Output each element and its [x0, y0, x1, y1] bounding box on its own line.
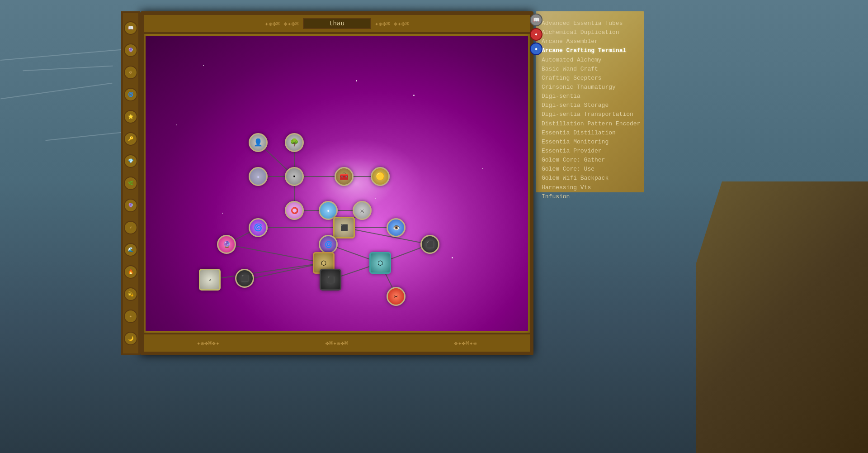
sword-icon: ⚔️: [360, 207, 364, 215]
sidebar-btn-3[interactable]: ⚙: [124, 66, 137, 79]
research-list-item-3[interactable]: Arcane Assembler: [542, 37, 641, 46]
node-blue-swirl[interactable]: 🌀: [319, 235, 338, 254]
sidebar-btn-5[interactable]: ⭐: [124, 110, 137, 124]
star-4: [222, 213, 223, 214]
node-sword[interactable]: ⚔️: [353, 201, 372, 220]
central-icon: ⬛: [340, 224, 348, 232]
research-list-item-6[interactable]: Basic Wand Craft: [542, 65, 641, 74]
sidebar-btn-10[interactable]: ⚡: [124, 221, 137, 234]
research-list-item-10[interactable]: Digi-sentia Storage: [542, 101, 641, 110]
top-rune-bar: ✦❋✤⌘ ❖✦✤⌘ ✦❋✤⌘ ❖✦✤⌘: [144, 15, 530, 34]
research-list-item-18[interactable]: Golem Wifi Backpack: [542, 174, 641, 183]
research-list-item-1[interactable]: Advanced Essentia Tubes: [542, 19, 641, 28]
node-purple-swirl[interactable]: 🌀: [249, 218, 268, 237]
sidebar-btn-9[interactable]: 🔮: [124, 199, 137, 212]
tree-icon: 🌳: [290, 138, 299, 147]
node-pink-gem[interactable]: 🔮: [217, 235, 236, 254]
research-list-item-13[interactable]: Essentia Distillation: [542, 129, 641, 138]
sidebar-btn-13[interactable]: 💫: [124, 287, 137, 301]
star-2: [413, 95, 415, 96]
node-stone[interactable]: ▪: [285, 167, 304, 186]
dark-square-icon: ⬛: [327, 276, 335, 284]
node-pink-orb[interactable]: ⭕: [285, 201, 304, 220]
right-structure: [696, 181, 868, 453]
star-9: [375, 198, 376, 199]
node-eye[interactable]: 👁️: [387, 218, 406, 237]
research-list-panel: Advanced Essentia TubesAlchemical Duplic…: [538, 14, 644, 207]
icon-btn-gray[interactable]: 📖: [530, 14, 542, 26]
node-central[interactable]: ⬛: [333, 217, 355, 238]
sidebar-btn-7[interactable]: 💎: [124, 154, 137, 168]
sidebar-btn-4[interactable]: 🌀: [124, 88, 137, 101]
icon-btn-blue[interactable]: ◆: [530, 43, 542, 55]
rune-1: ✦❋✤⌘: [265, 20, 280, 28]
book-icon: 📖: [533, 17, 540, 24]
sidebar-btn-12[interactable]: 🔥: [124, 265, 137, 279]
research-list-item-8[interactable]: Crinsonic Thaumaturgy: [542, 83, 641, 92]
node-red-tool[interactable]: ✂️: [387, 287, 406, 306]
svg-line-19: [246, 263, 324, 280]
top-right-icon-panel: 📖 ● ◆: [530, 14, 542, 55]
node-chest[interactable]: 🧰: [335, 167, 354, 186]
white-square-icon: ▫: [208, 276, 212, 283]
blue-star-icon: ✦: [326, 207, 330, 215]
swirl-top-icon: ✦: [256, 173, 260, 181]
star-7: [482, 168, 483, 169]
research-list-item-20[interactable]: Infusion: [542, 192, 641, 201]
sidebar-btn-8[interactable]: 🌿: [124, 176, 137, 190]
sidebar-btn-11[interactable]: 🌊: [124, 243, 137, 257]
star-5: [452, 257, 453, 258]
research-list-item-2[interactable]: Alchemical Duplication: [542, 28, 641, 37]
node-nugget[interactable]: 🟡: [371, 167, 390, 186]
bottom-rune-1: ✦❋✤⌘❖✦: [197, 339, 220, 347]
nugget-icon: 🟡: [376, 172, 385, 181]
research-list-item-14[interactable]: Essentia Monitoring: [542, 138, 641, 147]
node-tree[interactable]: 🌳: [285, 133, 304, 152]
circle-icon: ●: [535, 32, 538, 37]
sidebar-btn-14[interactable]: ✦: [124, 310, 137, 323]
sidebar-btn-2[interactable]: 🔮: [124, 43, 137, 57]
node-dark-square[interactable]: ⬛: [320, 269, 341, 291]
research-list-item-17[interactable]: Golem Core: Use: [542, 165, 641, 174]
research-list-item-15[interactable]: Essentia Provider: [542, 147, 641, 156]
star-8: [356, 80, 357, 81]
diamond-icon: ◆: [535, 46, 538, 52]
black-circle-icon: ⬛: [241, 275, 249, 282]
research-list-item-9[interactable]: Digi-sentia: [542, 92, 641, 101]
sidebar-btn-1[interactable]: 📖: [124, 21, 137, 35]
square-right-icon: ⬡: [377, 259, 383, 267]
black-cube-icon: ⬛: [426, 241, 434, 248]
research-list-item-7[interactable]: Crafting Scepters: [542, 74, 641, 83]
svg-line-15: [226, 244, 324, 263]
stone-icon: ▪: [292, 173, 296, 180]
node-square-right[interactable]: ⬡: [369, 252, 391, 274]
research-canvas[interactable]: 👤 🌳 ✦ ▪ 🧰 🟡 ⭕ ✦ ⚔️ 🌀: [146, 36, 528, 331]
blue-swirl-icon: 🌀: [325, 241, 332, 248]
square-left-icon: ⬡: [321, 259, 326, 267]
search-input[interactable]: [303, 18, 371, 29]
node-white-square[interactable]: ▫: [199, 269, 221, 291]
pink-gem-icon: 🔮: [223, 241, 231, 248]
node-black-circle[interactable]: ⬛: [235, 269, 254, 288]
star-1: [203, 65, 204, 66]
node-swirl-top[interactable]: ✦: [249, 167, 268, 186]
icon-btn-red[interactable]: ●: [530, 28, 542, 41]
research-list-item-11[interactable]: Digi-sentia Transportation: [542, 110, 641, 119]
main-panel: ✦❋✤⌘ ❖✦✤⌘ ✦❋✤⌘ ❖✦✤⌘ 👤 🌳 ✦: [140, 11, 533, 355]
sidebar-btn-15[interactable]: 🌙: [124, 332, 137, 345]
rune-3: ✦❋✤⌘: [375, 20, 390, 28]
research-list-item-4[interactable]: Arcane Crafting Terminal: [542, 46, 641, 55]
research-list-item-12[interactable]: Distillation Pattern Encoder: [542, 119, 641, 129]
bottom-rune-2: ✤⌘✦❋✤⌘: [326, 339, 349, 347]
node-person[interactable]: 👤: [249, 133, 268, 152]
pink-orb-icon: ⭕: [291, 207, 298, 215]
research-list-item-5[interactable]: Automated Alchemy: [542, 56, 641, 65]
node-black-cube[interactable]: ⬛: [420, 235, 439, 254]
person-icon: 👤: [254, 138, 263, 147]
sidebar-btn-6[interactable]: 🔑: [124, 132, 137, 146]
research-list-item-16[interactable]: Golem Core: Gather: [542, 156, 641, 165]
research-list-item-19[interactable]: Harnessing Vis: [542, 183, 641, 192]
bottom-rune-3: ❖✦✤⌘✦❋: [454, 339, 477, 347]
red-tool-icon: ✂️: [394, 293, 398, 300]
research-list: Advanced Essentia TubesAlchemical Duplic…: [542, 19, 641, 201]
